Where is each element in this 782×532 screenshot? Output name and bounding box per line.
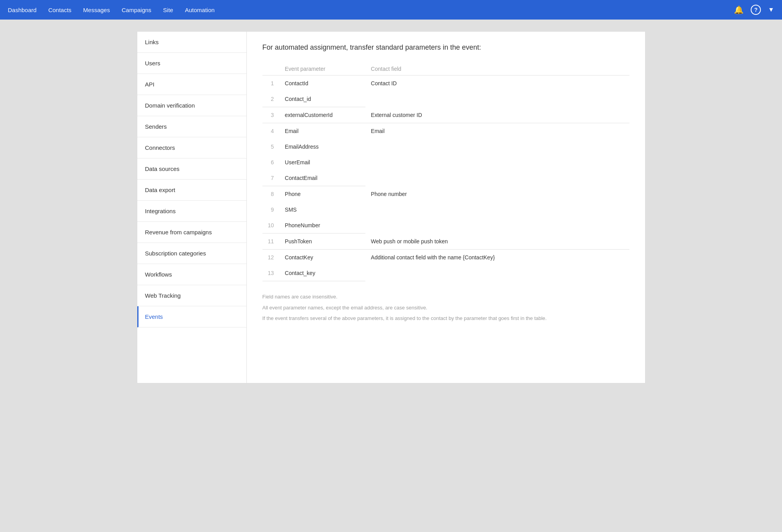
- row-number: 2: [262, 91, 280, 107]
- sidebar-item-events[interactable]: Events: [137, 306, 246, 327]
- sidebar-item-web-tracking[interactable]: Web Tracking: [137, 285, 246, 306]
- table-row: 8PhonePhone number: [262, 186, 629, 202]
- table-row: 4EmailEmail: [262, 123, 629, 139]
- sidebar-item-domain-verification[interactable]: Domain verification: [137, 95, 246, 116]
- sidebar-item-data-export[interactable]: Data export: [137, 180, 246, 201]
- nav-links: Dashboard Contacts Messages Campaigns Si…: [8, 5, 734, 15]
- contact-field: Additional contact field with the name {…: [365, 250, 629, 281]
- event-param: ContactEmail: [279, 170, 365, 186]
- nav-dashboard[interactable]: Dashboard: [8, 5, 36, 15]
- event-param: EmailAddress: [279, 139, 365, 155]
- params-table: Event parameter Contact field 1ContactId…: [262, 63, 629, 281]
- nav-site[interactable]: Site: [163, 5, 173, 15]
- note-1: Field names are case insensitive.: [262, 293, 629, 301]
- contact-field: Web push or mobile push token: [365, 234, 629, 250]
- row-number: 9: [262, 202, 280, 217]
- contact-field: Email: [365, 123, 629, 186]
- table-row: 12ContactKeyAdditional contact field wit…: [262, 250, 629, 266]
- sidebar: Links Users API Domain verification Send…: [137, 32, 247, 383]
- row-number: 3: [262, 107, 280, 123]
- account-dropdown-icon[interactable]: ▼: [768, 6, 774, 13]
- content-title: For automated assignment, transfer stand…: [262, 43, 629, 52]
- table-row: 11PushTokenWeb push or mobile push token: [262, 234, 629, 250]
- event-param: Contact_id: [279, 91, 365, 107]
- row-number: 5: [262, 139, 280, 155]
- nav-messages[interactable]: Messages: [83, 5, 110, 15]
- contact-field: Contact ID: [365, 75, 629, 107]
- row-number: 6: [262, 155, 280, 170]
- sidebar-item-data-sources[interactable]: Data sources: [137, 158, 246, 180]
- col-contact-field-header: Contact field: [365, 63, 629, 75]
- top-navigation: Dashboard Contacts Messages Campaigns Si…: [0, 0, 782, 20]
- col-event-param-header: Event parameter: [279, 63, 365, 75]
- event-param: Phone: [279, 186, 365, 202]
- notes-section: Field names are case insensitive. All ev…: [262, 293, 629, 322]
- row-number: 7: [262, 170, 280, 186]
- sidebar-item-users[interactable]: Users: [137, 53, 246, 74]
- event-param: ContactKey: [279, 250, 365, 266]
- main-content: For automated assignment, transfer stand…: [247, 32, 645, 383]
- sidebar-item-revenue-from-campaigns[interactable]: Revenue from campaigns: [137, 222, 246, 243]
- row-number: 8: [262, 186, 280, 202]
- bell-icon[interactable]: 🔔: [734, 5, 744, 14]
- table-header-row: Event parameter Contact field: [262, 63, 629, 75]
- sidebar-item-subscription-categories[interactable]: Subscription categories: [137, 243, 246, 264]
- nav-automation[interactable]: Automation: [185, 5, 215, 15]
- sidebar-item-senders[interactable]: Senders: [137, 116, 246, 137]
- row-number: 12: [262, 250, 280, 266]
- nav-contacts[interactable]: Contacts: [48, 5, 71, 15]
- col-num-header: [262, 63, 280, 75]
- sidebar-item-connectors[interactable]: Connectors: [137, 137, 246, 158]
- event-param: SMS: [279, 202, 365, 217]
- spacer: [0, 20, 782, 31]
- event-param: ContactId: [279, 75, 365, 92]
- event-param: PhoneNumber: [279, 217, 365, 234]
- event-param: PushToken: [279, 234, 365, 250]
- table-row: 3externalCustomerIdExternal customer ID: [262, 107, 629, 123]
- row-number: 4: [262, 123, 280, 139]
- row-number: 11: [262, 234, 280, 250]
- event-param: UserEmail: [279, 155, 365, 170]
- sidebar-item-links[interactable]: Links: [137, 32, 246, 53]
- help-icon[interactable]: ?: [751, 5, 761, 15]
- note-2: All event parameter names, except the em…: [262, 304, 629, 312]
- contact-field: Phone number: [365, 186, 629, 234]
- nav-icons: 🔔 ? ▼: [734, 5, 774, 15]
- sidebar-item-workflows[interactable]: Workflows: [137, 264, 246, 285]
- sidebar-item-integrations[interactable]: Integrations: [137, 201, 246, 222]
- event-param: Contact_key: [279, 265, 365, 281]
- event-param: Email: [279, 123, 365, 139]
- event-param: externalCustomerId: [279, 107, 365, 123]
- table-row: 1ContactIdContact ID: [262, 75, 629, 92]
- row-number: 10: [262, 217, 280, 234]
- sidebar-item-api[interactable]: API: [137, 74, 246, 95]
- nav-campaigns[interactable]: Campaigns: [122, 5, 151, 15]
- main-container: Links Users API Domain verification Send…: [137, 31, 645, 383]
- note-3: If the event transfers several of the ab…: [262, 315, 629, 322]
- row-number: 13: [262, 265, 280, 281]
- contact-field: External customer ID: [365, 107, 629, 123]
- row-number: 1: [262, 75, 280, 92]
